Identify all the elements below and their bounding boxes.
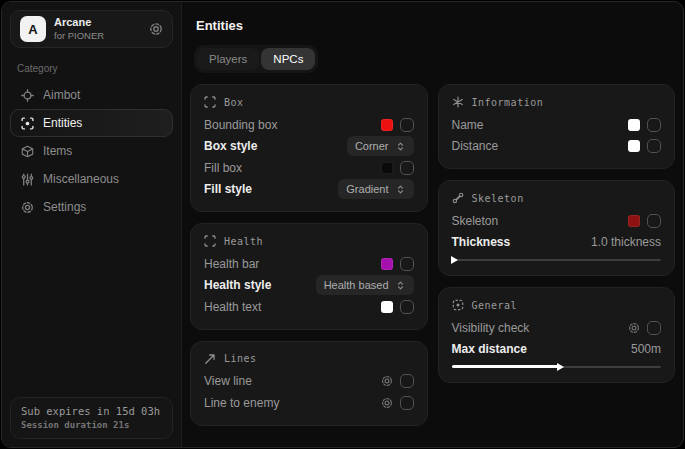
- gear-icon[interactable]: [381, 375, 393, 387]
- skeleton-checkbox[interactable]: [647, 214, 661, 228]
- sidebar-item-label: Aimbot: [43, 88, 80, 102]
- slider-thumb[interactable]: [451, 256, 458, 264]
- corner-brackets-icon: [204, 96, 216, 108]
- setting-row-thickness: Thickness 1.0 thickness: [452, 232, 662, 254]
- bounding-box-checkbox[interactable]: [400, 118, 414, 132]
- color-swatch[interactable]: [381, 162, 393, 174]
- gear-icon[interactable]: [149, 22, 163, 36]
- color-swatch[interactable]: [381, 119, 393, 131]
- card-title: Skeleton: [472, 193, 524, 204]
- gear-icon: [21, 201, 34, 214]
- setting-row-fill-box: Fill box: [204, 157, 414, 179]
- color-swatch[interactable]: [628, 215, 640, 227]
- sidebar-item-entities[interactable]: Entities: [10, 109, 173, 137]
- sidebar-item-label: Settings: [43, 200, 86, 214]
- fill-style-select[interactable]: Gradient: [338, 179, 413, 199]
- card-title: Lines: [224, 353, 257, 364]
- sidebar: A Arcane for PIONER Category Aimbot Enti…: [2, 2, 182, 447]
- max-distance-value: 500m: [631, 342, 661, 356]
- chevron-updown-icon: [395, 184, 406, 195]
- chevron-updown-icon: [395, 280, 406, 291]
- tab-players[interactable]: Players: [197, 48, 259, 70]
- app-logo-card: A Arcane for PIONER: [10, 10, 173, 48]
- crosshair-icon: [21, 89, 34, 102]
- color-swatch[interactable]: [381, 301, 393, 313]
- color-swatch[interactable]: [381, 258, 393, 270]
- sub-expires-text: Sub expires in 15d 03h: [21, 405, 162, 417]
- card-skeleton: Skeleton Skeleton Thickness 1.0 thicknes…: [438, 180, 676, 276]
- setting-row-health-style: Health style Health based: [204, 275, 414, 297]
- setting-row-health-bar: Health bar: [204, 253, 414, 275]
- chevron-updown-icon: [395, 141, 406, 152]
- card-lines: Lines View line Line to enemy: [190, 341, 428, 426]
- app-subtitle: for PIONER: [54, 30, 104, 42]
- slider-thumb[interactable]: [557, 363, 564, 371]
- thickness-value: 1.0 thickness: [591, 235, 661, 249]
- setting-row-line-to-enemy: Line to enemy: [204, 392, 414, 414]
- tab-group: Players NPCs: [194, 45, 318, 73]
- card-general: General Visibility check Max distance 50…: [438, 287, 676, 383]
- card-information: Information Name Distance: [438, 84, 676, 169]
- setting-row-box-style: Box style Corner: [204, 136, 414, 158]
- health-bar-checkbox[interactable]: [400, 257, 414, 271]
- fill-box-checkbox[interactable]: [400, 161, 414, 175]
- slider-fill: [452, 365, 561, 368]
- setting-row-name: Name: [452, 114, 662, 136]
- subscription-info: Sub expires in 15d 03h Session duration …: [10, 397, 173, 439]
- sidebar-item-miscellaneous[interactable]: Miscellaneous: [10, 165, 173, 193]
- setting-row-visibility-check: Visibility check: [452, 317, 662, 339]
- color-swatch[interactable]: [628, 140, 640, 152]
- visibility-check-checkbox[interactable]: [647, 321, 661, 335]
- app-window: A Arcane for PIONER Category Aimbot Enti…: [1, 1, 684, 448]
- setting-row-fill-style: Fill style Gradient: [204, 179, 414, 201]
- box-style-select[interactable]: Corner: [347, 136, 414, 156]
- sidebar-item-aimbot[interactable]: Aimbot: [10, 81, 173, 109]
- logo-letter: A: [28, 22, 37, 37]
- card-title: Box: [224, 97, 244, 108]
- app-logo: A: [20, 16, 46, 42]
- card-title: Information: [472, 97, 544, 108]
- card-box: Box Bounding box Box style Corner: [190, 84, 428, 212]
- sidebar-item-settings[interactable]: Settings: [10, 193, 173, 221]
- sliders-icon: [21, 173, 34, 186]
- card-title: Health: [224, 236, 263, 247]
- color-swatch[interactable]: [628, 119, 640, 131]
- setting-row-health-text: Health text: [204, 296, 414, 318]
- corner-brackets-icon: [204, 235, 216, 247]
- sidebar-item-label: Items: [43, 144, 72, 158]
- page-title: Entities: [196, 18, 675, 33]
- sidebar-item-items[interactable]: Items: [10, 137, 173, 165]
- card-health: Health Health bar Health style Health ba…: [190, 223, 428, 330]
- max-distance-slider[interactable]: [452, 362, 662, 371]
- category-label: Category: [17, 63, 166, 74]
- bone-icon: [452, 192, 464, 204]
- settings-grid: Box Bounding box Box style Corner: [190, 84, 675, 426]
- name-checkbox[interactable]: [647, 118, 661, 132]
- tab-npcs[interactable]: NPCs: [261, 48, 315, 70]
- dashed-square-icon: [452, 299, 464, 311]
- setting-row-bounding-box: Bounding box: [204, 114, 414, 136]
- scan-target-icon: [21, 117, 34, 130]
- sparkle-icon: [452, 96, 464, 108]
- gear-icon[interactable]: [628, 322, 640, 334]
- session-duration-text: Session duration 21s: [21, 420, 162, 430]
- line-to-enemy-checkbox[interactable]: [400, 396, 414, 410]
- setting-row-max-distance: Max distance 500m: [452, 339, 662, 361]
- thickness-slider[interactable]: [452, 255, 662, 264]
- app-name: Arcane: [54, 16, 104, 30]
- setting-row-view-line: View line: [204, 371, 414, 393]
- view-line-checkbox[interactable]: [400, 374, 414, 388]
- diagonal-arrow-icon: [204, 353, 216, 365]
- distance-checkbox[interactable]: [647, 139, 661, 153]
- slider-track: [452, 259, 662, 261]
- setting-row-skeleton: Skeleton: [452, 210, 662, 232]
- card-title: General: [472, 300, 518, 311]
- gear-icon[interactable]: [381, 397, 393, 409]
- setting-row-distance: Distance: [452, 136, 662, 158]
- health-style-select[interactable]: Health based: [316, 275, 414, 295]
- sidebar-item-label: Miscellaneous: [43, 172, 119, 186]
- sidebar-item-label: Entities: [43, 116, 82, 130]
- sidebar-nav: Aimbot Entities Items Miscellaneous: [10, 81, 173, 221]
- health-text-checkbox[interactable]: [400, 300, 414, 314]
- main-content: Entities Players NPCs Box Bounding box: [182, 2, 683, 447]
